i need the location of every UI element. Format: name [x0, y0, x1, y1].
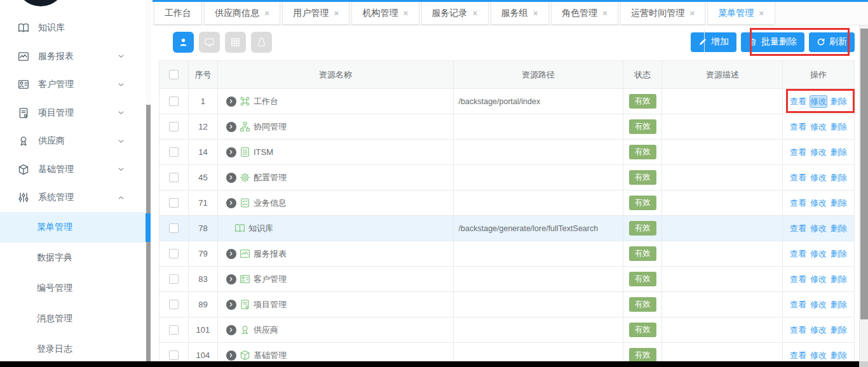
submenu-item-3[interactable]: 编号管理	[0, 273, 146, 304]
row-id-cell: 89	[189, 292, 218, 317]
row-checkbox[interactable]	[169, 122, 179, 131]
modify-link[interactable]: 修改	[810, 147, 827, 158]
delete-link[interactable]: 删除	[831, 172, 847, 184]
delete-link[interactable]: 删除	[831, 299, 847, 310]
expand-icon[interactable]	[226, 274, 236, 284]
sidebar-item-7[interactable]: 系统管理	[0, 184, 146, 212]
expand-icon[interactable]	[226, 325, 236, 335]
view-link[interactable]: 查看	[790, 197, 806, 209]
tab-close-icon[interactable]: ×	[602, 9, 607, 18]
refresh-button[interactable]: 刷新	[809, 32, 855, 52]
tab-close-icon[interactable]: ×	[689, 9, 695, 18]
tab-7[interactable]: 角色管理×	[551, 2, 618, 25]
submenu-item-1[interactable]: 菜单管理	[0, 212, 146, 243]
tab-4[interactable]: 机构管理×	[351, 2, 419, 25]
toolbar-monitor-button[interactable]	[199, 32, 220, 53]
delete-link[interactable]: 删除	[831, 96, 847, 107]
toolbar-grid-button[interactable]	[225, 32, 246, 53]
tab-6[interactable]: 服务组×	[491, 2, 549, 25]
row-checkbox[interactable]	[169, 173, 179, 182]
modify-link[interactable]: 修改	[810, 172, 827, 184]
expand-icon[interactable]	[226, 122, 236, 132]
toolbar-penguin-button[interactable]	[251, 32, 272, 53]
view-link[interactable]: 查看	[790, 223, 806, 234]
tab-close-icon[interactable]: ×	[264, 9, 269, 18]
sidebar-item-2[interactable]: 服务报表	[0, 43, 146, 71]
submenu-item-2[interactable]: 数据字典	[0, 243, 146, 273]
modify-link[interactable]: 修改	[810, 274, 827, 285]
sidebar-item-6[interactable]: 基础管理	[0, 156, 146, 184]
tab-close-icon[interactable]: ×	[533, 9, 538, 18]
view-link[interactable]: 查看	[790, 147, 806, 158]
row-checkbox[interactable]	[169, 300, 179, 309]
row-checkbox[interactable]	[169, 198, 179, 208]
submenu-item-5[interactable]: 登录日志	[0, 334, 146, 364]
row-checkbox[interactable]	[169, 97, 179, 106]
main-scrollbar-thumb[interactable]	[860, 29, 868, 319]
add-button[interactable]: 增加	[691, 32, 736, 52]
delete-link[interactable]: 删除	[831, 147, 847, 158]
view-link[interactable]: 查看	[790, 274, 806, 285]
expand-icon[interactable]	[226, 173, 236, 183]
checklist-icon	[240, 197, 250, 208]
sidebar-item-3[interactable]: 客户管理	[0, 70, 146, 99]
expand-icon[interactable]	[226, 350, 236, 361]
modify-link[interactable]: 修改	[810, 248, 827, 260]
tab-3[interactable]: 用户管理×	[282, 2, 349, 25]
batch-delete-button[interactable]: 批量删除	[741, 32, 804, 52]
tab-9[interactable]: 菜单管理×	[707, 2, 775, 25]
delete-link[interactable]: 删除	[831, 274, 847, 285]
view-link[interactable]: 查看	[790, 248, 806, 260]
delete-link[interactable]: 删除	[831, 324, 847, 336]
modify-link[interactable]: 修改	[810, 324, 827, 336]
tab-2[interactable]: 供应商信息×	[204, 2, 280, 25]
sidebar-item-5[interactable]: 供应商	[0, 127, 146, 156]
expand-icon[interactable]	[226, 97, 236, 107]
sidebar-item-1[interactable]: 知识库	[0, 14, 146, 43]
table-row: 45配置管理有效查看修改删除	[159, 165, 854, 190]
tab-close-icon[interactable]: ×	[473, 9, 478, 18]
modify-link[interactable]: 修改	[810, 350, 827, 361]
expand-icon[interactable]	[226, 147, 236, 157]
view-link[interactable]: 查看	[790, 324, 806, 336]
view-link[interactable]: 查看	[790, 96, 806, 107]
view-link[interactable]: 查看	[790, 121, 806, 133]
select-all-checkbox[interactable]	[169, 70, 179, 79]
expand-icon[interactable]	[226, 198, 236, 208]
sidebar-item-4[interactable]: 项目管理	[0, 99, 146, 128]
row-checkbox[interactable]	[169, 147, 179, 157]
tab-close-icon[interactable]: ×	[403, 9, 408, 18]
view-link[interactable]: 查看	[790, 350, 806, 361]
expand-icon[interactable]	[226, 300, 236, 310]
sidebar-scrollbar[interactable]	[146, 0, 151, 367]
delete-link[interactable]: 删除	[831, 248, 847, 260]
tab-8[interactable]: 运营时间管理×	[620, 2, 705, 25]
submenu-item-4[interactable]: 消息管理	[0, 304, 146, 334]
modify-link[interactable]: 修改	[810, 223, 827, 234]
row-checkbox[interactable]	[169, 325, 179, 335]
row-actions-cell: 查看修改删除	[783, 267, 854, 291]
toolbar-person-button[interactable]	[173, 32, 194, 53]
tab-close-icon[interactable]: ×	[759, 9, 764, 18]
expand-icon[interactable]	[226, 249, 236, 259]
row-checkbox[interactable]	[169, 224, 179, 233]
modify-link[interactable]: 修改	[810, 121, 827, 133]
row-checkbox[interactable]	[169, 350, 179, 360]
row-checkbox[interactable]	[169, 249, 179, 258]
delete-link[interactable]: 删除	[831, 350, 847, 361]
row-select-cell	[159, 190, 189, 215]
view-link[interactable]: 查看	[790, 172, 806, 184]
modify-link[interactable]: 修改	[810, 197, 827, 209]
tab-1[interactable]: 工作台	[154, 2, 202, 25]
delete-link[interactable]: 删除	[831, 223, 847, 234]
main-scrollbar[interactable]	[859, 25, 868, 367]
delete-link[interactable]: 删除	[831, 197, 847, 209]
tab-5[interactable]: 服务记录×	[421, 2, 489, 25]
row-checkbox[interactable]	[169, 274, 179, 284]
modify-link[interactable]: 修改	[810, 299, 827, 310]
view-link[interactable]: 查看	[790, 299, 806, 310]
tab-close-icon[interactable]: ×	[334, 9, 339, 18]
chevron-down-icon	[117, 52, 125, 60]
modify-link[interactable]: 修改	[810, 96, 827, 107]
delete-link[interactable]: 删除	[831, 121, 847, 133]
